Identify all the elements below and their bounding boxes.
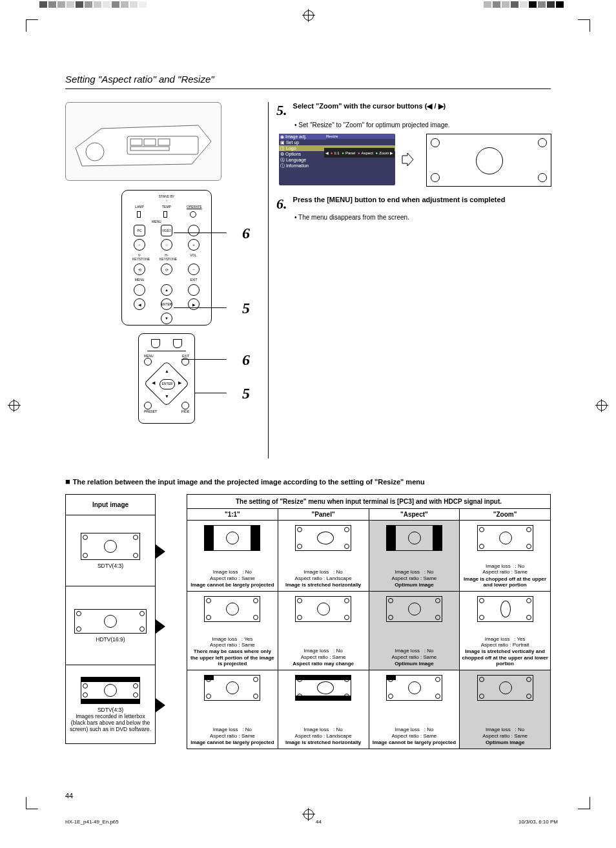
plus-button[interactable]: + xyxy=(188,239,200,251)
remote-up-button[interactable]: ▲ xyxy=(165,369,169,373)
operate-label: OPERATE xyxy=(187,205,201,209)
callout-5: 5 xyxy=(242,300,250,317)
registration-mark-icon xyxy=(303,809,314,820)
remote-menu-button[interactable] xyxy=(144,358,152,366)
col-header-1: "Panel" xyxy=(278,509,369,521)
table-cell: Image loss : YesAspect ratio : PortraitI… xyxy=(460,592,551,670)
relation-heading: The relation between the input image and… xyxy=(65,477,551,486)
svg-point-0 xyxy=(86,143,104,161)
table-cell: Image loss : NoAspect ratio : SameImage … xyxy=(187,670,278,749)
control-panel-illustration: STAND BY○ LAMPTEMPOPERATE MENU PCVIDEO −… xyxy=(121,190,212,326)
page: Setting "Aspect ratio" and "Resize" STAN… xyxy=(0,0,616,848)
menu-label: MENU xyxy=(132,278,147,282)
table-cell: Image loss : NoAspect ratio : SameImage … xyxy=(460,521,551,592)
hkey-button[interactable]: ⟳ xyxy=(161,264,172,275)
main-header: The setting of "Resize" menu when input … xyxy=(187,494,551,509)
crop-mark-icon xyxy=(578,797,590,809)
input-header: Input image xyxy=(65,494,156,515)
table-cell: Image loss : NoAspect ratio : SameAspect… xyxy=(278,592,369,670)
arrow-right-icon xyxy=(156,698,165,712)
input-row-2: SDTV(4:3) Images recorded in letterbox (… xyxy=(65,665,156,744)
step-5-title: Select "Zoom" with the cursor buttons (◀… xyxy=(293,102,446,110)
table-cell: Image loss : NoAspect ratio : LandscapeI… xyxy=(278,670,369,749)
col-header-0: "1:1" xyxy=(187,509,278,521)
col-header-3: "Zoom" xyxy=(460,509,551,521)
remote-enter-button[interactable]: ENTER xyxy=(159,379,175,389)
lamp-label: LAMP xyxy=(132,205,147,209)
left-button[interactable]: ◀ xyxy=(134,298,145,310)
table-cell: Image loss : NoAspect ratio : SameImage … xyxy=(187,521,278,592)
step-6-title: Press the [MENU] button to end when adju… xyxy=(293,196,506,203)
temp-label: TEMP xyxy=(159,205,174,209)
remote-illustration: MENUEXIT ENTER ▲ ▼ ◀ ▶ PRESETHIDE xyxy=(138,333,195,424)
remote-preset-button[interactable] xyxy=(144,402,152,409)
step-6-number: 6. xyxy=(276,196,287,212)
page-number: 44 xyxy=(65,792,73,800)
content: Setting "Aspect ratio" and "Resize" STAN… xyxy=(65,74,551,749)
section-title: Setting "Aspect ratio" and "Resize" xyxy=(65,74,551,89)
video-button[interactable]: VIDEO xyxy=(161,225,172,236)
standby-label: STAND BY xyxy=(159,194,175,198)
remote-hide-label: HIDE xyxy=(181,409,189,413)
svg-rect-3 xyxy=(144,139,156,145)
registration-mark-icon xyxy=(9,400,19,411)
print-marks xyxy=(0,0,616,9)
table-cell: Image loss : NoAspect ratio : SameImage … xyxy=(369,670,460,749)
step-5-bullet: Set "Resize" to "Zoom" for optimum proje… xyxy=(294,121,551,129)
crop-mark-icon xyxy=(578,19,590,32)
hkeystone-label: H-KEYSTONE xyxy=(159,253,174,261)
down-button[interactable]: ▼ xyxy=(161,313,172,324)
table-cell: Image loss : NoAspect ratio : SameOptimu… xyxy=(460,670,551,749)
vol-label: VOL. xyxy=(187,253,201,261)
arrow-right-icon xyxy=(156,619,165,634)
print-footer: HX-1E_p41-49_En.p65 44 10/3/03, 6:10 PM xyxy=(65,819,558,825)
vol-button[interactable]: − xyxy=(188,264,200,275)
registration-mark-icon xyxy=(303,10,314,21)
remote-hide-button[interactable] xyxy=(181,402,189,409)
crop-mark-icon xyxy=(26,797,38,809)
table-cell: Image loss : YesAspect ratio : SameThere… xyxy=(187,592,278,670)
up-button[interactable]: ▲ xyxy=(161,284,172,296)
arrow-right-icon xyxy=(401,153,414,167)
remote-left-button[interactable]: ◀ xyxy=(152,380,155,386)
remote-preset-label: PRESET xyxy=(144,409,157,413)
svg-rect-5 xyxy=(130,147,169,150)
remote-down-button[interactable]: ▼ xyxy=(165,394,169,398)
arrow-column xyxy=(156,494,171,749)
callout-6: 6 xyxy=(242,225,250,242)
right-column: 5. Select "Zoom" with the cursor buttons… xyxy=(268,102,551,459)
crop-mark-icon xyxy=(26,19,38,32)
menu-label-top: MENU xyxy=(152,220,161,223)
vkeystone-label: V-KEYSTONE xyxy=(132,253,147,261)
panel-menu-right-button[interactable] xyxy=(188,225,200,236)
panel-menu-button[interactable] xyxy=(134,284,145,296)
step-6-bullet: The menu disappears from the screen. xyxy=(294,214,551,221)
vkey-button[interactable]: ⟲ xyxy=(134,264,145,275)
svg-rect-2 xyxy=(130,139,142,145)
table-cell: Image loss : NoAspect ratio : LandscapeI… xyxy=(278,521,369,592)
callout-6-remote: 6 xyxy=(242,351,250,369)
registration-mark-icon xyxy=(597,400,607,411)
panel-enter-button[interactable]: ENTER xyxy=(161,298,172,310)
svg-rect-4 xyxy=(158,139,170,145)
step-5-number: 5. xyxy=(276,102,287,119)
exit-label: EXIT xyxy=(187,278,201,282)
pc-button[interactable]: PC xyxy=(134,225,145,236)
circle-button[interactable]: ○ xyxy=(161,239,172,251)
input-row-1: HDTV(16:9) xyxy=(65,586,156,665)
projection-screen-illustration xyxy=(426,134,551,187)
right-button[interactable]: ▶ xyxy=(188,298,200,310)
resize-table: Input image SDTV(4:3) HDTV(16:9) SDTV(4:… xyxy=(65,494,551,749)
arrow-right-icon xyxy=(156,544,165,559)
input-row-0: SDTV(4:3) xyxy=(65,515,156,586)
panel-exit-button[interactable] xyxy=(188,284,200,296)
table-cell: Image loss : NoAspect ratio : SameOptimu… xyxy=(369,592,460,670)
callout-5-remote: 5 xyxy=(242,385,250,402)
minus-button[interactable]: − xyxy=(134,239,145,251)
col-header-2: "Aspect" xyxy=(369,509,460,521)
left-column: STAND BY○ LAMPTEMPOPERATE MENU PCVIDEO −… xyxy=(65,102,268,459)
remote-right-button[interactable]: ▶ xyxy=(178,380,181,386)
table-cell: Image loss : NoAspect ratio : SameOptimu… xyxy=(369,521,460,592)
osd-menu-illustration: ◉ Image adj. ▣ Set up ◫ Logo ⚙ Options Ⓐ… xyxy=(279,134,395,185)
projector-illustration xyxy=(65,102,221,181)
